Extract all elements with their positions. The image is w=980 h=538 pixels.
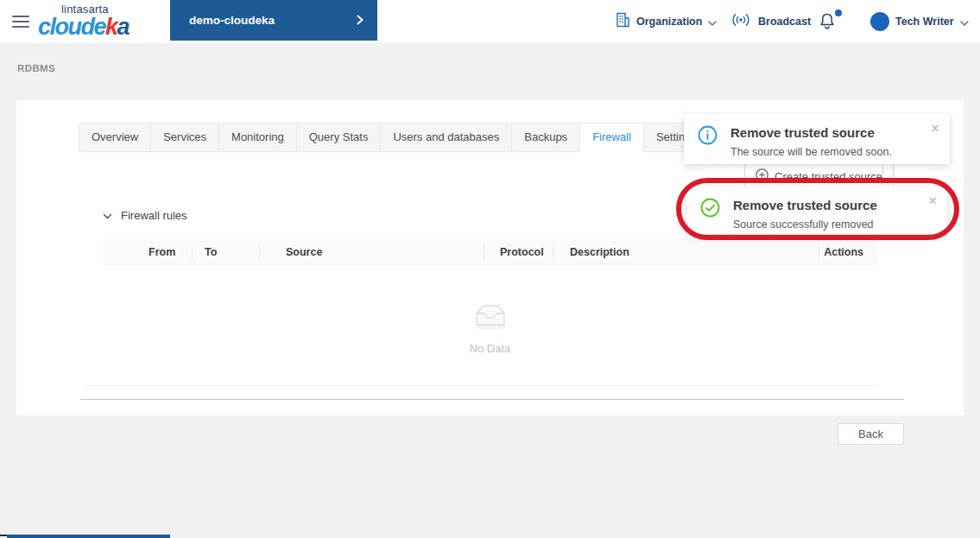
chevron-down-icon: [708, 14, 717, 29]
column-header-actions: Actions: [819, 244, 877, 260]
horizontal-scrollbar-thumb[interactable]: [7, 535, 170, 538]
bell-icon: [819, 18, 835, 33]
brand-logo: lintasarta cloudeka: [38, 3, 129, 39]
toast-success-title: Remove trusted source: [733, 198, 877, 213]
tab-query-stats[interactable]: Query Stats: [296, 123, 382, 152]
empty-state: No Data: [16, 302, 964, 355]
project-name: demo-cloudeka: [189, 14, 275, 27]
table-bottom-divider: [86, 385, 877, 386]
firewall-rules-title: Firewall rules: [121, 209, 187, 222]
top-header: lintasarta cloudeka demo-cloudeka Organi…: [0, 0, 980, 43]
chevron-down-icon: [960, 14, 969, 29]
tab-services[interactable]: Services: [150, 123, 219, 152]
column-header-protocol: Protocol: [484, 244, 553, 260]
project-selector-button[interactable]: demo-cloudeka: [170, 0, 377, 41]
notifications-button[interactable]: [819, 12, 842, 31]
plus-circle-icon: [756, 168, 768, 184]
card-footer-divider: [80, 399, 904, 400]
toast-success: Remove trusted source Source successfull…: [686, 187, 947, 234]
column-header-source: Source: [259, 244, 484, 260]
close-icon[interactable]: ×: [928, 193, 937, 208]
building-icon: [616, 12, 630, 31]
empty-state-text: No Data: [470, 342, 511, 355]
user-name: Tech Writer: [895, 16, 954, 28]
hamburger-icon[interactable]: [12, 16, 29, 28]
tab-firewall[interactable]: Firewall: [579, 123, 644, 152]
broadcast-label: Broadcast: [758, 16, 811, 28]
breadcrumb: RDBMS: [17, 63, 55, 73]
inbox-icon: [471, 302, 510, 334]
broadcast-menu[interactable]: Broadcast: [730, 0, 811, 43]
toast-success-content: Remove trusted source Source successfull…: [733, 198, 877, 223]
avatar: [870, 12, 889, 31]
brand-main-text: cloudeka: [38, 16, 129, 39]
toast-info-message: The source will be removed soon.: [730, 146, 892, 158]
toast-info-title: Remove trusted source: [730, 125, 892, 141]
back-button[interactable]: Back: [838, 423, 904, 445]
column-header-to: To: [192, 244, 259, 260]
toast-info-content: Remove trusted source The source will be…: [730, 125, 892, 153]
user-menu[interactable]: Tech Writer: [870, 0, 969, 43]
close-icon[interactable]: ×: [931, 121, 939, 136]
info-circle-icon: [698, 125, 718, 153]
toast-success-message: Source successfully removed: [733, 218, 877, 231]
tab-bar: Overview Services Monitoring Query Stats…: [79, 123, 709, 152]
chevron-right-icon: [357, 13, 364, 28]
create-trusted-source-label: Create trusted source: [775, 170, 882, 183]
tab-users-and-databases[interactable]: Users and databases: [380, 123, 512, 152]
check-circle-icon: [700, 198, 720, 223]
column-header-from: From: [104, 244, 192, 260]
tab-backups[interactable]: Backups: [511, 123, 580, 152]
tab-monitoring[interactable]: Monitoring: [218, 123, 297, 152]
notification-dot-badge: [835, 9, 842, 16]
adjacent-button-edge: [882, 166, 883, 185]
organization-menu[interactable]: Organization: [616, 0, 717, 43]
organization-label: Organization: [636, 16, 702, 28]
column-header-description: Description: [553, 244, 819, 260]
firewall-table-header: From To Source Protocol Description Acti…: [104, 238, 877, 266]
tab-overview[interactable]: Overview: [79, 123, 151, 152]
toast-info: Remove trusted source The source will be…: [684, 114, 950, 164]
chevron-down-icon: [103, 207, 112, 223]
firewall-rules-section-toggle[interactable]: Firewall rules: [103, 207, 187, 223]
radio-waves-icon: [730, 13, 752, 30]
